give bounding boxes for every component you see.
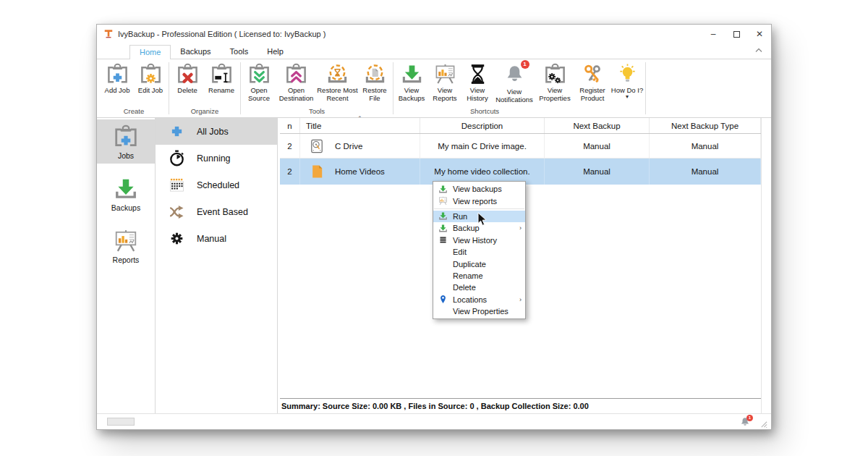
status-notifications-button[interactable]: 1 — [739, 416, 751, 428]
all-jobs-plus-icon — [168, 122, 186, 140]
jobs-icon — [114, 124, 138, 149]
column-header-n[interactable]: n — [280, 118, 300, 133]
filter-item-label: Manual — [197, 234, 226, 244]
edit-job-icon — [140, 63, 162, 85]
ribbon-group-label — [574, 107, 644, 117]
progress-indicator — [107, 418, 135, 426]
filter-item-running[interactable]: Running — [156, 145, 277, 172]
menu-item-label: Rename — [453, 271, 483, 280]
button-label: Restore Most Recent — [317, 86, 358, 102]
column-header-next-backup-type[interactable]: Next Backup Type — [650, 118, 761, 133]
add-job-icon — [106, 63, 129, 85]
view-history-button[interactable]: View History — [461, 62, 493, 102]
job-next-backup: Manual — [545, 134, 650, 158]
button-label: Open Destination — [276, 86, 317, 102]
sidebar-item-label: Backups — [111, 203, 140, 212]
button-label: Edit Job — [138, 86, 163, 94]
sidebar-item-reports[interactable]: Reports — [97, 224, 155, 268]
ribbon-group-label: Organize — [171, 106, 239, 117]
minimize-button[interactable]: – — [702, 25, 725, 43]
menu-item-view-reports[interactable]: View reports — [433, 195, 525, 206]
menu-item-view-properties[interactable]: View Properties — [433, 305, 525, 317]
filter-item-label: Event Based — [197, 207, 248, 217]
menu-item-view-history[interactable]: View History — [433, 235, 525, 246]
menu-item-label: Locations — [453, 295, 487, 304]
open-source-button[interactable]: Open Source — [242, 62, 276, 102]
location-pin-icon — [437, 295, 449, 304]
filter-item-manual[interactable]: Manual — [156, 225, 277, 252]
filter-item-scheduled[interactable]: Scheduled — [156, 172, 277, 198]
maximize-button[interactable] — [725, 25, 748, 43]
view-properties-button[interactable]: View Properties — [535, 62, 574, 102]
tab-tools[interactable]: Tools — [221, 45, 258, 59]
sidebar-item-jobs[interactable]: Jobs — [97, 119, 155, 164]
register-product-button[interactable]: Register Product — [574, 62, 610, 102]
sidebar-item-label: Jobs — [118, 151, 134, 160]
sidebar-item-backups[interactable]: Backups — [97, 172, 155, 216]
button-label: View Reports — [428, 86, 461, 102]
menu-item-label: Delete — [453, 283, 476, 292]
context-menu: View backups View reports Run Backup › — [433, 181, 526, 319]
run-icon — [437, 211, 449, 221]
restore-file-button[interactable]: Restore File — [358, 62, 391, 102]
menu-item-view-backups[interactable]: View backups — [433, 183, 525, 195]
menu-item-edit[interactable]: Edit — [433, 246, 525, 258]
restore-file-icon — [364, 63, 386, 85]
button-label: View Properties — [535, 86, 574, 102]
column-header-title[interactable]: ˆ Title — [300, 118, 420, 133]
menu-item-label: Backup — [453, 224, 480, 232]
column-header-description[interactable]: Description — [420, 118, 545, 133]
job-next-backup-type: Manual — [650, 134, 761, 158]
rename-icon — [210, 63, 233, 85]
close-button[interactable]: ✕ — [748, 25, 771, 43]
title-bar[interactable]: IvyBackup - Professional Edition ( Licen… — [97, 25, 771, 43]
ribbon-group-tools: Open Source Open Destination — [242, 59, 391, 117]
view-reports-button[interactable]: View Reports — [428, 62, 461, 102]
edit-job-button[interactable]: Edit Job — [134, 62, 167, 94]
delete-button[interactable]: Delete — [171, 62, 204, 94]
chevron-up-icon — [755, 48, 762, 53]
submenu-arrow-icon: › — [519, 224, 522, 232]
menu-item-duplicate[interactable]: Duplicate — [433, 258, 525, 269]
menu-separator — [434, 208, 524, 209]
column-header-next-backup[interactable]: Next Backup — [545, 118, 650, 133]
resize-grip[interactable] — [760, 420, 767, 428]
tab-help[interactable]: Help — [258, 45, 293, 59]
tab-home[interactable]: Home — [129, 45, 171, 59]
filter-item-label: All Jobs — [197, 127, 229, 137]
row-count: 2 — [280, 159, 300, 185]
view-notifications-button[interactable]: 1 View Notifications — [493, 62, 535, 104]
view-backups-button[interactable]: View Backups — [395, 62, 428, 102]
menu-item-delete[interactable]: Delete — [433, 282, 525, 293]
view-backups-icon — [401, 63, 423, 85]
sidebar-item-label: Reports — [113, 256, 140, 264]
collapse-ribbon-button[interactable] — [755, 43, 762, 56]
ribbon-group-organize: Delete Rename Organize — [171, 59, 239, 117]
window-title: IvyBackup - Professional Edition ( Licen… — [118, 30, 326, 38]
open-destination-button[interactable]: Open Destination — [276, 62, 317, 102]
ribbon: Add Job Edit Job Create — [97, 59, 771, 118]
row-count: 2 — [280, 134, 300, 158]
rename-button[interactable]: Rename — [204, 62, 239, 94]
reports-icon — [114, 229, 138, 253]
filter-item-event-based[interactable]: Event Based — [156, 198, 277, 225]
menu-item-rename[interactable]: Rename — [433, 270, 525, 282]
maximize-icon — [733, 31, 740, 38]
menu-item-locations[interactable]: Locations › — [433, 294, 525, 305]
view-history-icon — [467, 63, 489, 85]
how-do-i-icon — [616, 63, 639, 85]
job-description: My main C Drive image. — [420, 134, 545, 158]
sort-ascending-icon: ˆ — [359, 116, 361, 124]
tab-backups[interactable]: Backups — [171, 45, 220, 59]
summary-text: Summary: Source Size: 0.00 KB , Files in… — [281, 402, 589, 410]
ribbon-group-help: Register Product How Do I? ▾ — [574, 59, 644, 117]
filter-item-label: Running — [197, 153, 231, 164]
mouse-cursor — [477, 212, 488, 227]
filter-item-all-jobs[interactable]: All Jobs — [156, 118, 277, 145]
table-row-c-drive[interactable]: 2 C Drive My main C Drive image. Manual … — [280, 134, 761, 159]
job-filter-sidebar: All Jobs Running Scheduled — [156, 118, 278, 413]
menu-item-label: View reports — [453, 197, 497, 206]
add-job-button[interactable]: Add Job — [101, 62, 134, 94]
how-do-i-button[interactable]: How Do I? ▾ — [610, 62, 644, 100]
restore-most-recent-button[interactable]: Restore Most Recent — [317, 62, 358, 102]
